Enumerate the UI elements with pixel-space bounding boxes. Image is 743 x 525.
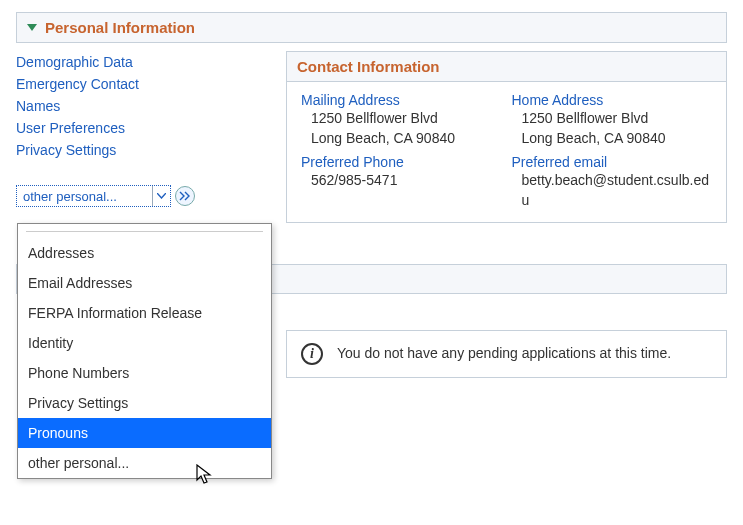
other-personal-dropdown[interactable]: AddressesEmail AddressesFERPA Informatio… — [17, 223, 272, 479]
contact-information-box: Contact Information Mailing Address 1250… — [286, 51, 727, 223]
double-arrow-icon — [179, 191, 191, 201]
personal-info-header[interactable]: Personal Information — [16, 12, 727, 43]
link-user-preferences[interactable]: User Preferences — [16, 117, 266, 139]
home-line1: 1250 Bellflower Blvd — [522, 108, 713, 128]
dropdown-item[interactable]: Addresses — [18, 238, 271, 268]
contact-title: Contact Information — [287, 52, 726, 82]
preferred-phone-label[interactable]: Preferred Phone — [301, 154, 502, 170]
select-row: other personal... — [16, 185, 266, 207]
other-personal-select[interactable]: other personal... — [16, 185, 171, 207]
contact-right-col: Home Address 1250 Bellflower Blvd Long B… — [512, 92, 713, 210]
go-button[interactable] — [175, 186, 195, 206]
dropdown-item[interactable]: Identity — [18, 328, 271, 358]
dropdown-item[interactable]: Phone Numbers — [18, 358, 271, 388]
dropdown-item[interactable]: Pronouns — [18, 418, 271, 448]
mailing-address-label[interactable]: Mailing Address — [301, 92, 502, 108]
link-emergency-contact[interactable]: Emergency Contact — [16, 73, 266, 95]
dropdown-item[interactable]: FERPA Information Release — [18, 298, 271, 328]
select-value: other personal... — [23, 189, 117, 204]
notice-message: You do not have any pending applications… — [337, 343, 671, 363]
link-demographic-data[interactable]: Demographic Data — [16, 51, 266, 73]
home-line2: Long Beach, CA 90840 — [522, 128, 713, 148]
personal-links: Demographic Data Emergency Contact Names… — [16, 51, 266, 207]
dropdown-item[interactable]: Privacy Settings — [18, 388, 271, 418]
home-address-label[interactable]: Home Address — [512, 92, 713, 108]
link-names[interactable]: Names — [16, 95, 266, 117]
preferred-email-value: betty.beach@student.csulb.edu — [522, 170, 713, 210]
notice-box: i You do not have any pending applicatio… — [286, 330, 727, 378]
chevron-down-icon — [152, 186, 170, 206]
dropdown-separator — [18, 224, 271, 238]
content-area: Demographic Data Emergency Contact Names… — [16, 51, 727, 207]
panel-title: Personal Information — [45, 19, 195, 36]
dropdown-item[interactable]: Email Addresses — [18, 268, 271, 298]
contact-body: Mailing Address 1250 Bellflower Blvd Lon… — [287, 82, 726, 222]
preferred-phone-value: 562/985-5471 — [311, 170, 502, 190]
mailing-line2: Long Beach, CA 90840 — [311, 128, 502, 148]
mailing-line1: 1250 Bellflower Blvd — [311, 108, 502, 128]
preferred-email-label[interactable]: Preferred email — [512, 154, 713, 170]
contact-left-col: Mailing Address 1250 Bellflower Blvd Lon… — [301, 92, 502, 210]
link-privacy-settings[interactable]: Privacy Settings — [16, 139, 266, 161]
dropdown-item[interactable]: other personal... — [18, 448, 271, 478]
info-icon: i — [301, 343, 323, 365]
collapse-triangle-icon — [27, 24, 37, 31]
